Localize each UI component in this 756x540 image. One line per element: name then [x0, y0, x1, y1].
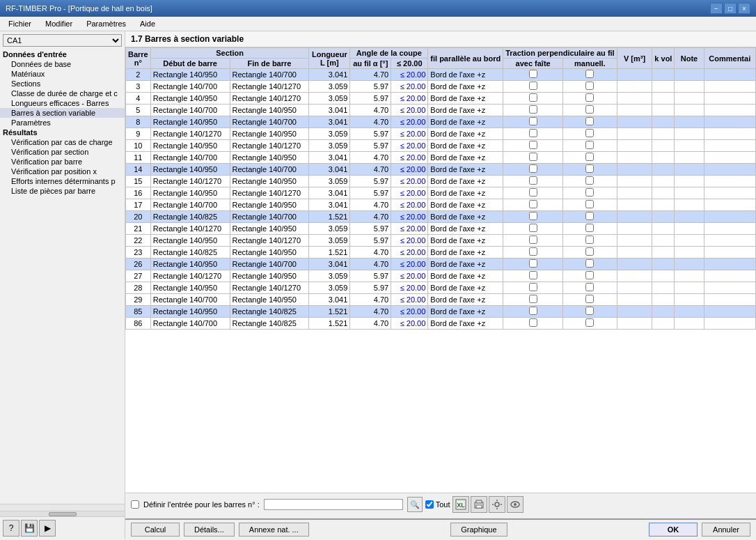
cell-faite[interactable] — [503, 116, 563, 128]
manuell-checkbox[interactable] — [585, 295, 594, 303]
table-row[interactable]: 15 Rectangle 140/1270 Rectangle 140/950 … — [126, 176, 756, 187]
table-row[interactable]: 9 Rectangle 140/1270 Rectangle 140/950 3… — [126, 128, 756, 140]
cell-manuell[interactable] — [563, 199, 617, 211]
cell-manuell[interactable] — [563, 247, 617, 259]
faite-checkbox[interactable] — [529, 141, 537, 149]
details-button[interactable]: Détails... — [184, 523, 235, 537]
cell-faite[interactable] — [503, 318, 563, 330]
menu-parametres[interactable]: Paramètres — [81, 18, 132, 29]
table-row[interactable]: 10 Rectangle 140/950 Rectangle 140/1270 … — [126, 140, 756, 152]
cell-faite[interactable] — [503, 247, 563, 259]
cell-faite[interactable] — [503, 306, 563, 318]
table-row[interactable]: 20 Rectangle 140/825 Rectangle 140/700 1… — [126, 211, 756, 223]
sidebar-item-longueurs[interactable]: Longueurs efficaces - Barres — [0, 98, 125, 108]
faite-checkbox[interactable] — [529, 82, 537, 90]
cell-faite[interactable] — [503, 294, 563, 306]
cell-manuell[interactable] — [563, 128, 617, 140]
manuell-checkbox[interactable] — [585, 318, 594, 327]
manuell-checkbox[interactable] — [585, 105, 594, 114]
sidebar-item-classe-duree[interactable]: Classe de durée de charge et c — [0, 88, 125, 98]
faite-checkbox[interactable] — [529, 93, 537, 102]
cell-manuell[interactable] — [563, 211, 617, 223]
manuell-checkbox[interactable] — [585, 82, 594, 90]
faite-checkbox[interactable] — [529, 271, 537, 279]
cell-faite[interactable] — [503, 282, 563, 294]
cell-manuell[interactable] — [563, 235, 617, 247]
cell-manuell[interactable] — [563, 270, 617, 282]
cell-faite[interactable] — [503, 259, 563, 270]
faite-checkbox[interactable] — [529, 176, 537, 185]
cell-manuell[interactable] — [563, 152, 617, 164]
annuler-button[interactable]: Annuler — [702, 523, 750, 537]
table-row[interactable]: 2 Rectangle 140/950 Rectangle 140/700 3.… — [126, 69, 756, 81]
minimize-button[interactable]: − — [710, 3, 723, 14]
table-row[interactable]: 85 Rectangle 140/950 Rectangle 140/825 1… — [126, 306, 756, 318]
sidebar-item-liste-pieces[interactable]: Liste de pièces par barre — [0, 186, 125, 196]
table-row[interactable]: 16 Rectangle 140/950 Rectangle 140/1270 … — [126, 187, 756, 199]
faite-checkbox[interactable] — [529, 295, 537, 303]
table-row[interactable]: 3 Rectangle 140/700 Rectangle 140/1270 3… — [126, 81, 756, 93]
cell-manuell[interactable] — [563, 93, 617, 105]
settings-btn[interactable] — [489, 496, 505, 513]
faite-checkbox[interactable] — [529, 117, 537, 125]
manuell-checkbox[interactable] — [585, 70, 594, 78]
ok-button[interactable]: OK — [649, 523, 698, 537]
cell-faite[interactable] — [503, 164, 563, 176]
sidebar-item-parametres[interactable]: Paramètres — [0, 118, 125, 128]
faite-checkbox[interactable] — [529, 153, 537, 161]
manuell-checkbox[interactable] — [585, 153, 594, 161]
cell-manuell[interactable] — [563, 140, 617, 152]
table-row[interactable]: 5 Rectangle 140/700 Rectangle 140/950 3.… — [126, 105, 756, 116]
table-row[interactable]: 14 Rectangle 140/950 Rectangle 140/700 3… — [126, 164, 756, 176]
cell-manuell[interactable] — [563, 318, 617, 330]
table-row[interactable]: 23 Rectangle 140/825 Rectangle 140/950 1… — [126, 247, 756, 259]
cell-faite[interactable] — [503, 235, 563, 247]
faite-checkbox[interactable] — [529, 212, 537, 220]
manuell-checkbox[interactable] — [585, 259, 594, 268]
manuell-checkbox[interactable] — [585, 271, 594, 279]
faite-checkbox[interactable] — [529, 129, 537, 137]
sidebar-scroll[interactable] — [0, 504, 125, 511]
table-row[interactable]: 29 Rectangle 140/700 Rectangle 140/950 3… — [126, 294, 756, 306]
sidebar-item-verif-barre[interactable]: Vérification par barre — [0, 157, 125, 167]
cell-manuell[interactable] — [563, 116, 617, 128]
cell-manuell[interactable] — [563, 105, 617, 116]
calcul-button[interactable]: Calcul — [131, 523, 180, 537]
ca-selector[interactable]: CA1 — [3, 34, 122, 47]
sidebar-item-sections[interactable]: Sections — [0, 79, 125, 88]
manuell-checkbox[interactable] — [585, 200, 594, 208]
cell-manuell[interactable] — [563, 164, 617, 176]
sidebar-resultats-header[interactable]: Résultats — [0, 128, 125, 137]
cell-faite[interactable] — [503, 176, 563, 187]
table-row[interactable]: 4 Rectangle 140/950 Rectangle 140/1270 3… — [126, 93, 756, 105]
search-button[interactable]: 🔍 — [407, 497, 423, 512]
cell-manuell[interactable] — [563, 282, 617, 294]
eye-btn[interactable] — [507, 496, 523, 513]
manuell-checkbox[interactable] — [585, 188, 594, 196]
cell-faite[interactable] — [503, 187, 563, 199]
graphique-button[interactable]: Graphique — [450, 523, 507, 537]
menu-modifier[interactable]: Modifier — [40, 18, 78, 29]
close-button[interactable]: × — [738, 3, 750, 14]
tout-checkbox[interactable] — [425, 500, 434, 509]
faite-checkbox[interactable] — [529, 188, 537, 196]
table-row[interactable]: 27 Rectangle 140/1270 Rectangle 140/950 … — [126, 270, 756, 282]
cell-faite[interactable] — [503, 81, 563, 93]
cell-faite[interactable] — [503, 105, 563, 116]
faite-checkbox[interactable] — [529, 164, 537, 173]
manuell-checkbox[interactable] — [585, 164, 594, 173]
cell-manuell[interactable] — [563, 81, 617, 93]
table-row[interactable]: 8 Rectangle 140/950 Rectangle 140/700 3.… — [126, 116, 756, 128]
manuell-checkbox[interactable] — [585, 129, 594, 137]
manuell-checkbox[interactable] — [585, 141, 594, 149]
faite-checkbox[interactable] — [529, 318, 537, 327]
cell-faite[interactable] — [503, 69, 563, 81]
cell-faite[interactable] — [503, 152, 563, 164]
cell-manuell[interactable] — [563, 294, 617, 306]
cell-faite[interactable] — [503, 93, 563, 105]
manuell-checkbox[interactable] — [585, 247, 594, 256]
export-excel-btn[interactable]: XL — [452, 496, 469, 513]
manuell-checkbox[interactable] — [585, 224, 594, 232]
cell-manuell[interactable] — [563, 223, 617, 235]
cell-manuell[interactable] — [563, 176, 617, 187]
